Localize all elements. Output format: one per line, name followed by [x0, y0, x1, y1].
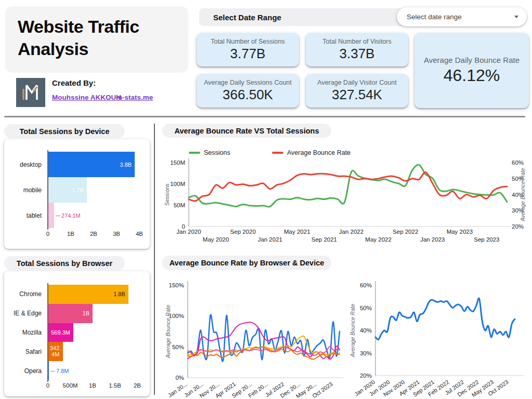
bounce-by-browser-device-title: Average Bounce Rate by Browser & Device: [162, 256, 331, 270]
horizontal-divider: [4, 116, 525, 117]
category-label: Safari: [4, 348, 42, 355]
y-tick-label: 40%: [360, 327, 372, 334]
y2-axis-title: Average Bounce Rate: [520, 168, 526, 222]
browser-bar-chart-card: Chrome1.8BIE & Edge1BMozilla569.3MSafari…: [4, 271, 150, 396]
x-tick-label: May 2022: [365, 236, 392, 243]
y-tick-label: 30%: [360, 350, 372, 356]
author-link[interactable]: Mouhssine AKKOUH: [52, 94, 121, 101]
browser-chart-title-text: Total Sessions by Browser: [17, 259, 112, 268]
x-tick-label: Sep 2023: [474, 236, 499, 243]
y-tick-label: 100M: [170, 181, 185, 187]
bar-row: Mozilla569.3M: [4, 323, 150, 342]
y-tick-label: 20%: [360, 373, 372, 379]
leader-line: [56, 216, 60, 217]
x-tick-label: Jan 2020: [176, 229, 201, 235]
scorecard-value: 46.12%: [414, 66, 529, 85]
line-chart-canvas[interactable]: 20%30%40%50%60%Jan 2020Jun 2020Nov 2020A…: [343, 276, 530, 399]
scorecard-label: Average Daily Sessions Count: [197, 79, 299, 86]
bar-row: Opera7.8M: [4, 361, 150, 380]
x-tick-label: May 2023: [447, 229, 473, 235]
x-tick-label: 4B: [126, 231, 152, 237]
bounce-by-device-line-chart[interactable]: 20%30%40%50%60%Jan 2020Jun 2020Nov 2020A…: [343, 276, 530, 399]
vertical-divider: [154, 124, 155, 395]
bar-row: Safari342.4M: [4, 342, 150, 361]
bar-mozilla[interactable]: 569.3M: [48, 323, 73, 342]
y-tick-label: 50%: [360, 305, 372, 311]
date-range-dropdown[interactable]: Select date range: [397, 7, 527, 26]
bounce-vs-sessions-line-chart[interactable]: 050M100M150M20%30%40%50%60%Jan 2020May 2…: [164, 147, 532, 245]
bar-ie-edge[interactable]: 1B: [48, 304, 93, 323]
bounce-by-browser-device-title-text: Average Bounce Rate by Browser & Device: [170, 259, 325, 267]
bar-value-label: 1.7B: [72, 187, 84, 193]
line-chart-canvas[interactable]: 0%50%100%150%Jan 20...Jun 20...Nov 20...…: [164, 276, 343, 399]
browser-chart-title: Total Sessions by Browser: [4, 256, 125, 270]
y2-tick-label: 60%: [512, 159, 524, 166]
x-tick-label: Jan 2022: [339, 229, 364, 235]
series-desktop[interactable]: [375, 298, 515, 340]
y-axis-line: [47, 283, 48, 382]
device-chart-title-text: Total Sessions by Device: [20, 127, 110, 136]
category-label: Opera: [4, 367, 42, 375]
y-axis-title: Average Bounce Rate: [349, 304, 356, 358]
bar-row: IE & Edge1B: [4, 304, 150, 323]
x-tick-label: Sep 2021: [312, 236, 337, 243]
y-tick-label: 50M: [174, 202, 185, 208]
bar-desktop[interactable]: 3.8B: [48, 152, 135, 177]
bar-value-label: 1.8B: [113, 291, 125, 297]
bar-tablet[interactable]: [48, 203, 54, 228]
device-bar-chart-card: desktop3.8Bmobile1.7Btablet274.1M01B2B3B…: [4, 139, 150, 249]
created-by-label: Created By:: [52, 78, 96, 87]
date-range-placeholder: Select date range: [407, 13, 514, 21]
y-tick-label: 0%: [175, 375, 184, 381]
bar-value-label: 1B: [83, 310, 89, 316]
y-axis-line: [47, 150, 48, 230]
device-chart-title: Total Sessions by Device: [4, 124, 125, 138]
x-tick-label: Jan 2021: [258, 236, 282, 243]
category-label: tablet: [4, 212, 42, 219]
combo-chart-title-text: Average Bounce Rate VS Total Sessions: [174, 127, 319, 135]
title-card: Website Traffic Analysis: [5, 6, 188, 73]
leader-line: [50, 371, 55, 372]
site-link[interactable]: m-stats.me: [116, 94, 153, 101]
y-axis-title: Average Bounce Rate: [165, 305, 171, 359]
browser-bar-chart[interactable]: Chrome1.8BIE & Edge1BMozilla569.3MSafari…: [4, 271, 150, 396]
category-label: IE & Edge: [4, 310, 42, 317]
scorecard-label: Total Number of Sessions: [197, 38, 299, 45]
y-tick-label: 150M: [170, 159, 185, 166]
bar-mobile[interactable]: 1.7B: [48, 177, 87, 203]
bar-value-label: 342.4M: [49, 345, 62, 358]
bar-row: Chrome1.8B: [4, 285, 150, 304]
m-stats-logo: [16, 78, 45, 107]
bar-chrome[interactable]: 1.8B: [48, 285, 128, 304]
scorecard-avg-bounce-rate: Average Daily Bounce Rate 46.12%: [414, 33, 529, 108]
date-range-label: Select Date Range: [213, 13, 281, 22]
bounce-by-browser-line-chart[interactable]: 0%50%100%150%Jan 20...Jun 20...Nov 20...…: [164, 276, 343, 399]
bar-value-label: 3.8B: [120, 162, 132, 168]
scorecard-label: Average Daily Bounce Rate: [414, 56, 529, 64]
logo-monogram-icon: [16, 78, 45, 107]
scorecard-value: 327.54K: [306, 87, 408, 103]
y-tick-label: 60%: [360, 282, 372, 288]
chevron-down-icon: [514, 16, 518, 18]
scorecard-label: Total Number of Visitors: [306, 38, 408, 45]
y2-tick-label: 20%: [512, 223, 524, 230]
bar-row: mobile1.7B: [4, 177, 150, 203]
bar-safari[interactable]: 342.4M: [48, 342, 63, 361]
page-title: Website Traffic Analysis: [18, 16, 183, 60]
x-tick-label: 3B: [103, 231, 129, 237]
line-chart-canvas[interactable]: 050M100M150M20%30%40%50%60%Jan 2020May 2…: [164, 147, 532, 245]
device-bar-chart[interactable]: desktop3.8Bmobile1.7Btablet274.1M01B2B3B…: [4, 139, 150, 249]
scorecard-value: 3.37B: [306, 46, 408, 62]
scorecard-total-visitors: Total Number of Visitors 3.37B: [306, 33, 408, 66]
category-label: desktop: [4, 161, 42, 168]
y-tick-label: 50%: [172, 344, 184, 350]
scorecard-value: 366.50K: [197, 87, 299, 103]
bar-value-label: 7.8M: [56, 368, 69, 374]
category-label: Chrome: [4, 290, 42, 298]
x-tick-label: 1B: [58, 231, 84, 237]
x-tick-label: Sep 2022: [393, 229, 418, 235]
scorecard-value: 3.77B: [197, 46, 299, 62]
category-label: mobile: [4, 187, 42, 194]
scorecard-label: Average Daily Visitor Count: [306, 79, 408, 86]
bar-row: tablet274.1M: [4, 203, 150, 228]
